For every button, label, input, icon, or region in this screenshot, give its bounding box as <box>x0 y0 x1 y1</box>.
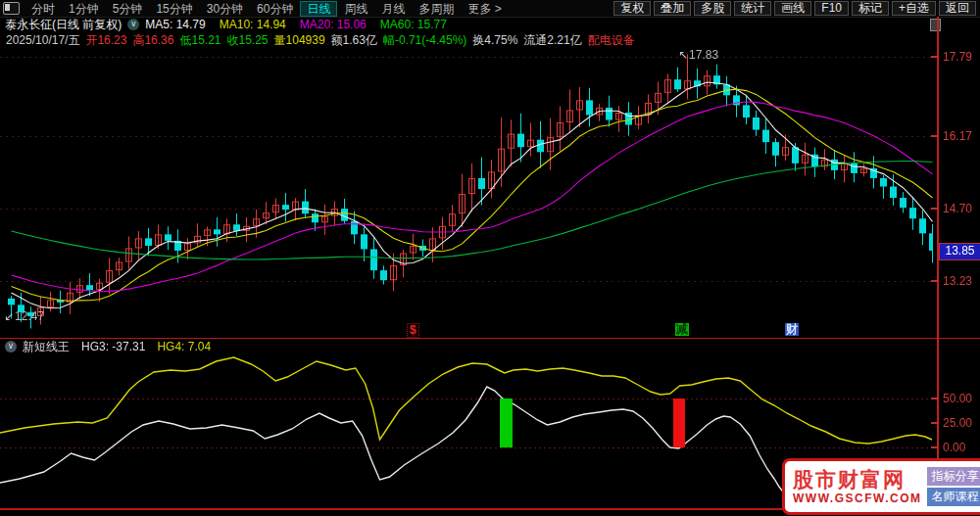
quote-field-10: 配电设备 <box>588 32 635 49</box>
stats-button[interactable]: 统计 <box>734 1 771 16</box>
period-tab-weekly[interactable]: 周线 <box>337 1 374 17</box>
period-tabs: 分时1分钟5分钟15分钟30分钟60分钟日线周线月线多周期更多 > <box>24 1 509 17</box>
mark-button[interactable]: 标记 <box>852 1 889 16</box>
quote-row: 2025/10/17/五开16.23高16.36低15.21收15.25量104… <box>0 32 980 48</box>
indicator-header: ∨ 新短线王 HG3: -37.31 HG4: 7.04 <box>0 339 980 354</box>
period-tab-60min[interactable]: 60分钟 <box>250 1 300 17</box>
chevron-down-icon[interactable]: ∨ <box>127 19 139 30</box>
last-price-box: 13.85 <box>939 243 980 260</box>
fuquan-button[interactable]: 复权 <box>613 1 651 16</box>
watermark-box: 股市财富网 WWW.GSCFW.COM 指标分享名师课程 <box>782 458 980 515</box>
ma-value-0: MA5: 14.79 <box>145 18 205 31</box>
multi-stock-button[interactable]: 多股 <box>694 1 731 16</box>
watermark-url: WWW.GSCFW.COM <box>793 492 921 506</box>
dividend-marker: $ <box>407 323 419 338</box>
toolbar-right-buttons: 复权叠加多股统计画线F10标记+自选返回 <box>611 1 976 16</box>
watermark-title: 股市财富网 <box>793 468 921 492</box>
overlay-button[interactable]: 叠加 <box>654 1 691 16</box>
back-button[interactable]: 返回 <box>939 1 976 16</box>
y-axis-label-0: 17.79 <box>943 50 972 64</box>
quote-field-0: 2025/10/17/五 <box>6 32 79 49</box>
period-tab-daily[interactable]: 日线 <box>300 1 337 17</box>
high-price-annotation: ↖17.83 <box>678 48 718 62</box>
quote-field-4: 收15.25 <box>227 32 269 49</box>
y-axis-tick <box>931 280 938 282</box>
main-chart-canvas[interactable] <box>0 48 933 339</box>
stock-title: 泰永长征(日线 前复权) <box>5 17 122 33</box>
add-favorite-button[interactable]: +自选 <box>892 1 936 16</box>
indicator-axis-tick <box>931 422 938 424</box>
period-tab-more[interactable]: 更多 > <box>461 1 508 17</box>
y-axis-tick <box>931 56 938 58</box>
indicator-axis-tick <box>931 446 938 448</box>
indicator-axis-label-1: 25.00 <box>943 416 972 430</box>
period-tab-30min[interactable]: 30分钟 <box>200 1 250 17</box>
quote-field-1: 开16.23 <box>85 32 126 49</box>
indicator-hg4-value: HG4: 7.04 <box>157 340 211 353</box>
y-axis-label-2: 14.70 <box>943 202 972 215</box>
chevron-down-icon[interactable]: ∨ <box>5 341 17 352</box>
reduce-holding-marker: 减 <box>675 323 689 336</box>
ma-value-2: MA20: 15.06 <box>300 18 367 31</box>
indicator-axis-label-2: 0.00 <box>943 441 965 454</box>
y-axis-tick <box>931 135 938 137</box>
quote-field-3: 低15.21 <box>179 32 220 49</box>
top-toolbar: 分时1分钟5分钟15分钟30分钟60分钟日线周线月线多周期更多 > 复权叠加多股… <box>0 0 980 18</box>
quote-field-2: 高16.36 <box>132 32 173 49</box>
indicator-hg3-value: HG3: -37.31 <box>81 340 145 353</box>
draw-line-button[interactable]: 画线 <box>774 1 811 16</box>
period-tab-multi-period[interactable]: 多周期 <box>412 1 461 17</box>
stock-info-row: 泰永长征(日线 前复权) ∨ MA5: 14.79MA10: 14.94MA20… <box>0 17 980 32</box>
low-price-annotation: ↙12.47 <box>4 309 44 323</box>
period-tab-15min[interactable]: 15分钟 <box>149 1 199 17</box>
indicator-name: 新短线王 <box>23 339 70 355</box>
y-axis-label-1: 16.17 <box>943 129 972 143</box>
quote-field-7: 幅-0.71(-4.45%) <box>383 32 466 49</box>
watermark-badge-1: 名师课程 <box>927 488 980 506</box>
period-tab-5min[interactable]: 5分钟 <box>106 1 150 17</box>
quote-field-5: 量104939 <box>274 32 325 49</box>
chart-settings-icon[interactable] <box>930 19 941 31</box>
y-axis-label-3: 13.23 <box>943 274 972 288</box>
f10-button[interactable]: F10 <box>814 1 849 16</box>
ma-value-3: MA60: 15.77 <box>380 18 447 31</box>
right-axis-line <box>937 17 939 509</box>
y-axis-tick <box>931 208 938 210</box>
arrow-up-left-icon: ↖ <box>678 48 688 62</box>
arrow-down-left-icon: ↙ <box>4 309 14 323</box>
period-tab-1min[interactable]: 1分钟 <box>62 1 106 17</box>
ma-value-1: MA10: 14.94 <box>220 18 286 31</box>
watermark-badge-0: 指标分享 <box>927 467 980 486</box>
quote-field-9: 流通2.21亿 <box>523 32 581 49</box>
indicator-axis-label-0: 50.00 <box>943 392 972 405</box>
ma-values: MA5: 14.79MA10: 14.94MA20: 15.06MA60: 15… <box>145 18 461 31</box>
quote-field-6: 额1.63亿 <box>331 32 377 49</box>
period-tab-fenshi[interactable]: 分时 <box>24 1 62 17</box>
trading-app-window: 分时1分钟5分钟15分钟30分钟60分钟日线周线月线多周期更多 > 复权叠加多股… <box>0 0 980 516</box>
indicator-axis-tick <box>931 398 938 399</box>
quote-field-8: 换4.75% <box>472 32 517 49</box>
report-marker: 财 <box>785 323 799 336</box>
period-tab-monthly[interactable]: 月线 <box>374 1 412 17</box>
window-icon[interactable] <box>3 2 20 15</box>
